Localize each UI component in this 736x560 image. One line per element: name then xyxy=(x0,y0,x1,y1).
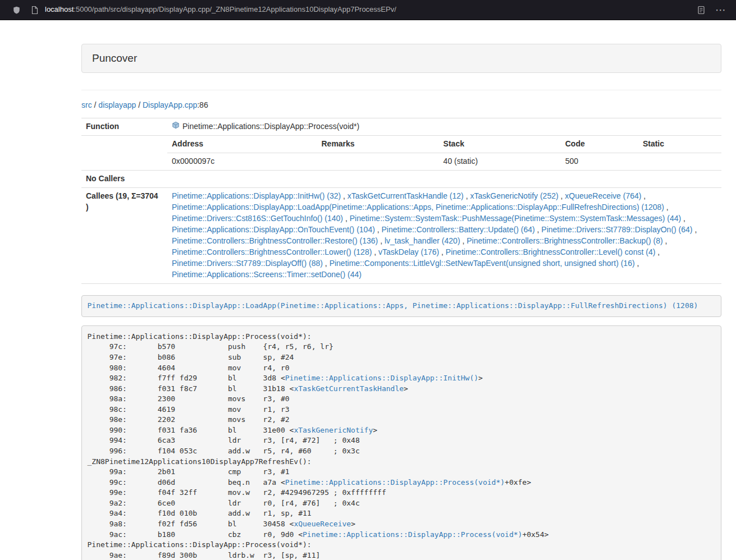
code-symbol-link[interactable]: Pinetime::Applications::DisplayApp::Proc… xyxy=(285,478,505,486)
callee-link[interactable]: Pinetime::Drivers::Cst816S::GetTouchInfo… xyxy=(172,214,343,223)
divider xyxy=(81,90,721,90)
reader-mode-icon[interactable] xyxy=(697,6,705,15)
url-bar[interactable]: localhost:5000/path/src/displayapp/Displ… xyxy=(45,4,396,15)
callee-link[interactable]: Pinetime::Drivers::St7789::DisplayOff() … xyxy=(172,259,323,268)
disassembly: Pinetime::Applications::DisplayApp::Proc… xyxy=(81,325,721,560)
tracking-protection-shield-icon[interactable] xyxy=(12,6,21,15)
callee-link[interactable]: Pinetime::Controllers::BrightnessControl… xyxy=(467,236,662,245)
breadcrumb: src / displayapp / DisplayApp.cpp:86 xyxy=(81,100,721,111)
callee-link[interactable]: Pinetime::Applications::DisplayApp::Init… xyxy=(172,191,341,200)
callee-link[interactable]: Pinetime::Controllers::BrightnessControl… xyxy=(446,247,655,256)
function-row: Function Pinetime::Applications::Display… xyxy=(81,118,721,135)
column-header-remarks: Remarks xyxy=(317,136,438,153)
content: Puncover src / displayapp / DisplayApp.c… xyxy=(81,44,721,560)
breadcrumb-link[interactable]: src xyxy=(81,100,92,109)
callee-link[interactable]: vTaskDelay (176) xyxy=(378,247,439,256)
remarks-value xyxy=(317,153,438,169)
code-symbol-link[interactable]: Pinetime::Applications::DisplayApp::Proc… xyxy=(303,530,522,539)
browser-toolbar: localhost:5000/path/src/displayapp/Displ… xyxy=(0,0,736,20)
code-symbol-link[interactable]: xQueueReceive xyxy=(294,520,351,528)
callee-link[interactable]: Pinetime::System::SystemTask::PushMessag… xyxy=(350,214,682,223)
url-path: :5000/path/src/displayapp/DisplayApp.cpp… xyxy=(74,4,396,15)
callee-link[interactable]: lv_task_handler (420) xyxy=(385,236,460,245)
callee-link[interactable]: xTaskGetCurrentTaskHandle (12) xyxy=(348,191,464,200)
callees-label: Callees (19, Σ=3704 ) xyxy=(81,187,167,283)
stats-table: Address Remarks Stack Code Static 0x0000… xyxy=(167,136,721,170)
callee-link[interactable]: Pinetime::Components::LittleVgl::SetNewT… xyxy=(330,259,635,268)
stats-values-row: 0x0000097c 40 (static) 500 xyxy=(167,153,721,169)
callee-link[interactable]: Pinetime::Controllers::Battery::Update()… xyxy=(382,225,535,234)
breadcrumb-line-number: :86 xyxy=(197,100,208,109)
code-symbol-link[interactable]: xTaskGetCurrentTaskHandle xyxy=(294,384,404,393)
highlighted-symbol-link[interactable]: Pinetime::Applications::DisplayApp::Load… xyxy=(88,301,698,310)
code-symbol-link[interactable]: Pinetime::Applications::DisplayApp::Init… xyxy=(285,374,478,382)
page-actions-icon[interactable]: ⋯ xyxy=(715,4,726,15)
code-size-value: 500 xyxy=(561,153,638,169)
function-row-label: Function xyxy=(81,118,167,135)
callee-link[interactable]: Pinetime::Controllers::BrightnessControl… xyxy=(172,247,372,256)
callees-row: Callees (19, Σ=3704 ) Pinetime::Applicat… xyxy=(81,187,721,283)
breadcrumb-link[interactable]: displayapp xyxy=(98,100,136,109)
callee-link[interactable]: xQueueReceive (764) xyxy=(565,191,641,200)
breadcrumb-separator: / xyxy=(136,100,143,109)
puncover-header-panel: Puncover xyxy=(81,44,721,73)
column-header-stack: Stack xyxy=(439,136,561,153)
static-value xyxy=(638,153,721,169)
url-host: localhost xyxy=(45,4,74,15)
callee-link[interactable]: Pinetime::Drivers::St7789::DisplayOn() (… xyxy=(541,225,692,234)
page-info-icon[interactable] xyxy=(31,6,39,15)
callee-link[interactable]: Pinetime::Applications::DisplayApp::Load… xyxy=(172,203,664,212)
stats-row: Address Remarks Stack Code Static 0x0000… xyxy=(81,135,721,170)
code-symbol-link[interactable]: xTaskGenericNotify xyxy=(294,426,373,434)
toolbar-right-actions: ⋯ xyxy=(697,4,728,15)
function-name: Pinetime::Applications::DisplayApp::Proc… xyxy=(182,121,359,132)
callee-link[interactable]: xTaskGenericNotify (252) xyxy=(470,191,558,200)
method-icon xyxy=(172,121,180,132)
breadcrumb-link[interactable]: DisplayApp.cpp xyxy=(143,100,197,109)
highlighted-callee-box: Pinetime::Applications::DisplayApp::Load… xyxy=(81,295,721,318)
column-header-address: Address xyxy=(167,136,317,153)
callees-list: Pinetime::Applications::DisplayApp::Init… xyxy=(167,187,721,283)
callee-link[interactable]: Pinetime::Applications::DisplayApp::OnTo… xyxy=(172,225,375,234)
no-callers-row: No Callers xyxy=(81,170,721,187)
column-header-code: Code xyxy=(561,136,638,153)
column-header-static: Static xyxy=(638,136,721,153)
breadcrumb-separator: / xyxy=(92,100,99,109)
app-title: Puncover xyxy=(92,52,137,64)
address-value: 0x0000097c xyxy=(167,153,317,169)
stack-value: 40 (static) xyxy=(439,153,561,169)
callee-link[interactable]: Pinetime::Applications::Screens::Timer::… xyxy=(172,270,362,279)
symbol-table: Function Pinetime::Applications::Display… xyxy=(81,118,721,284)
no-callers-label: No Callers xyxy=(81,170,167,187)
callee-link[interactable]: Pinetime::Controllers::BrightnessControl… xyxy=(172,236,378,245)
